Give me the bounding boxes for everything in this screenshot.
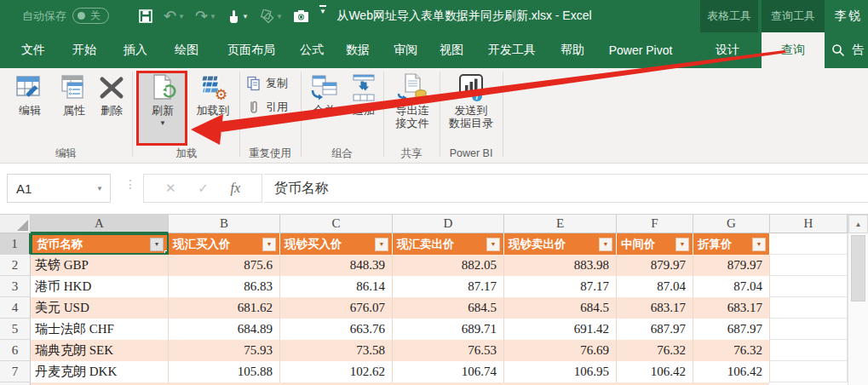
header-filter-button[interactable]: ▼ bbox=[675, 238, 689, 251]
cell-F6[interactable]: 76.32 bbox=[617, 340, 693, 361]
row-header-4[interactable]: 4 bbox=[0, 297, 31, 319]
user-name[interactable]: 李锐 bbox=[835, 0, 862, 32]
cell-H5[interactable] bbox=[770, 319, 848, 340]
cell-B6[interactable]: 75.93 bbox=[169, 340, 280, 361]
cell-G3[interactable]: 87.04 bbox=[693, 276, 770, 297]
contextual-group-query-tools[interactable]: 查询工具 bbox=[762, 0, 825, 32]
cell-E7[interactable]: 106.95 bbox=[504, 361, 617, 382]
cell-H6[interactable] bbox=[770, 340, 848, 361]
cell-C2[interactable]: 848.39 bbox=[280, 255, 393, 276]
cell-D3[interactable]: 87.17 bbox=[393, 276, 504, 297]
confirm-entry-icon[interactable]: ✓ bbox=[198, 181, 209, 196]
cell-A3[interactable]: 港币 HKD bbox=[31, 276, 169, 297]
scrollbar-thumb[interactable] bbox=[851, 235, 865, 302]
cell-G7[interactable]: 106.42 bbox=[693, 361, 770, 382]
load-to-button[interactable]: ⚙ 加载到 bbox=[188, 72, 238, 143]
cell-C3[interactable]: 86.14 bbox=[280, 276, 393, 297]
cell-C4[interactable]: 676.07 bbox=[280, 297, 393, 319]
table-header-cell-现汇买入价[interactable]: 现汇买入价▼ bbox=[169, 233, 280, 255]
autosave-control[interactable]: 自动保存 关 bbox=[22, 8, 109, 24]
table-header-cell-现钞买入价[interactable]: 现钞买入价▼ bbox=[280, 233, 393, 255]
cell-H3[interactable] bbox=[770, 276, 848, 297]
append-button[interactable]: 追加 bbox=[344, 72, 383, 143]
cell-B5[interactable]: 684.89 bbox=[169, 319, 280, 340]
cell-A6[interactable]: 瑞典克朗 SEK bbox=[31, 340, 169, 361]
refresh-button[interactable]: 刷新 ▼ bbox=[139, 72, 187, 143]
cell-A4[interactable]: 美元 USD bbox=[31, 297, 169, 319]
column-header-G[interactable]: G bbox=[693, 215, 770, 233]
insert-function-icon[interactable]: fx bbox=[231, 181, 241, 196]
touch-mouse-mode-button[interactable]: ▼ bbox=[223, 5, 252, 27]
cell-H4[interactable] bbox=[770, 297, 848, 319]
cell-H2[interactable] bbox=[770, 255, 848, 276]
cell-E2[interactable]: 883.98 bbox=[504, 255, 617, 276]
tab-帮助[interactable]: 帮助 bbox=[550, 32, 595, 68]
save-button[interactable] bbox=[135, 5, 157, 27]
cell-G4[interactable]: 683.17 bbox=[693, 297, 770, 319]
cell-G2[interactable]: 879.97 bbox=[693, 255, 770, 276]
column-header-A[interactable]: A bbox=[31, 215, 169, 233]
column-header-C[interactable]: C bbox=[280, 215, 393, 233]
cell-E3[interactable]: 87.17 bbox=[504, 276, 617, 297]
header-filter-button[interactable]: ▼ bbox=[486, 238, 500, 251]
tab-公式[interactable]: 公式 bbox=[290, 32, 334, 68]
scroll-up-arrow[interactable]: ▲ bbox=[848, 215, 868, 233]
cell-E5[interactable]: 691.42 bbox=[504, 319, 617, 340]
header-filter-button[interactable]: ▼ bbox=[150, 238, 164, 251]
cell-A2[interactable]: 英镑 GBP bbox=[31, 255, 169, 276]
selection-fill-handle[interactable] bbox=[164, 250, 169, 255]
cell-F4[interactable]: 683.17 bbox=[617, 297, 693, 319]
undo-button[interactable]: ↶ ▼ bbox=[160, 5, 188, 27]
cell-C5[interactable]: 663.76 bbox=[280, 319, 393, 340]
cell-B7[interactable]: 105.88 bbox=[169, 361, 280, 382]
edit-query-button[interactable]: 编辑 bbox=[5, 72, 55, 143]
cell-B4[interactable]: 681.62 bbox=[169, 297, 280, 319]
column-header-F[interactable]: F bbox=[617, 215, 693, 233]
cell-A7[interactable]: 丹麦克朗 DKK bbox=[31, 361, 169, 382]
name-box-dropdown-icon[interactable]: ▼ bbox=[96, 185, 103, 192]
cell-G6[interactable]: 76.32 bbox=[693, 340, 770, 361]
merge-button[interactable]: 合并 bbox=[305, 72, 344, 143]
tab-Power Pivot[interactable]: Power Pivot bbox=[598, 32, 683, 68]
cell-F3[interactable]: 87.04 bbox=[617, 276, 693, 297]
tell-me-search[interactable]: 告 bbox=[831, 32, 864, 68]
cell-F5[interactable]: 687.97 bbox=[617, 319, 693, 340]
column-header-B[interactable]: B bbox=[169, 215, 280, 233]
row-header-7[interactable]: 7 bbox=[0, 361, 31, 382]
header-filter-button[interactable]: ▼ bbox=[375, 238, 388, 251]
cell-H1[interactable] bbox=[770, 233, 848, 255]
formula-input[interactable]: 货币名称 bbox=[264, 174, 868, 203]
tab-页面布局[interactable]: 页面布局 bbox=[215, 32, 288, 68]
row-header-6[interactable]: 6 bbox=[0, 340, 31, 361]
tab-绘图[interactable]: 绘图 bbox=[165, 32, 208, 68]
cell-D5[interactable]: 689.71 bbox=[393, 319, 504, 340]
header-filter-button[interactable]: ▼ bbox=[752, 238, 766, 251]
cell-B3[interactable]: 86.83 bbox=[169, 276, 280, 297]
redo-button[interactable]: ↷ ▼ bbox=[192, 5, 220, 27]
cell-D7[interactable]: 106.74 bbox=[393, 361, 504, 382]
tab-查询[interactable]: 查询 bbox=[762, 32, 825, 68]
tab-审阅[interactable]: 审阅 bbox=[383, 32, 428, 68]
vertical-scrollbar[interactable]: ▲ bbox=[848, 215, 868, 385]
cell-D6[interactable]: 76.53 bbox=[393, 340, 504, 361]
send-to-data-catalog-button[interactable]: i 发送到 数据目录 bbox=[444, 72, 498, 143]
tab-数据[interactable]: 数据 bbox=[336, 32, 380, 68]
cell-F2[interactable]: 879.97 bbox=[617, 255, 693, 276]
table-header-cell-折算价[interactable]: 折算价▼ bbox=[693, 233, 770, 255]
table-header-cell-现汇卖出价[interactable]: 现汇卖出价▼ bbox=[393, 233, 504, 255]
export-connection-file-button[interactable]: 导出连 接文件 bbox=[388, 72, 437, 143]
tab-开始[interactable]: 开始 bbox=[63, 32, 106, 68]
row-header-2[interactable]: 2 bbox=[0, 255, 31, 276]
cell-C7[interactable]: 102.62 bbox=[280, 361, 393, 382]
cell-D4[interactable]: 684.5 bbox=[393, 297, 504, 319]
table-header-cell-货币名称[interactable]: 货币名称▼ bbox=[31, 233, 169, 255]
row-header-5[interactable]: 5 bbox=[0, 319, 31, 340]
tab-文件[interactable]: 文件 bbox=[12, 32, 55, 68]
column-header-E[interactable]: E bbox=[504, 215, 617, 233]
cell-H7[interactable] bbox=[770, 361, 848, 382]
name-box[interactable]: A1 ▼ bbox=[7, 174, 111, 203]
header-filter-button[interactable]: ▼ bbox=[262, 238, 276, 251]
header-filter-button[interactable]: ▼ bbox=[599, 238, 612, 251]
cell-E4[interactable]: 684.5 bbox=[504, 297, 617, 319]
cancel-entry-icon[interactable]: ✕ bbox=[165, 181, 176, 196]
